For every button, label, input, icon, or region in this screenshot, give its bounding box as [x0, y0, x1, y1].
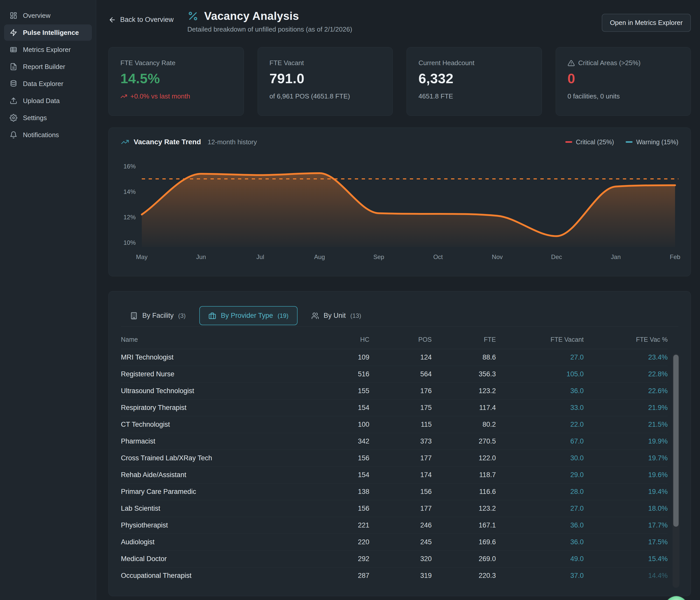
cell-fte: 220.3	[432, 568, 496, 584]
legend-swatch	[565, 141, 572, 143]
cell-name: Respiratory Therapist	[121, 399, 306, 416]
sidebar-item-notifications[interactable]: Notifications	[4, 127, 92, 143]
sidebar-item-label: Notifications	[23, 131, 59, 139]
kpi-label: Current Headcount	[419, 59, 530, 67]
x-axis-label: Feb	[670, 254, 680, 260]
cell-fte-vacant: 30.0	[496, 450, 584, 467]
sidebar-item-metrics-explorer[interactable]: Metrics Explorer	[4, 42, 92, 58]
cell-pos: 174	[369, 467, 432, 484]
table-row[interactable]: CT Technologist 100 115 80.2 22.0 21.5%	[121, 416, 668, 433]
sidebar-item-overview[interactable]: Overview	[4, 7, 92, 24]
cell-fte-vac-pct: 17.5%	[584, 534, 668, 551]
cell-hc: 138	[306, 484, 369, 500]
kpi-label: FTE Vacancy Rate	[120, 59, 232, 67]
cell-hc: 156	[306, 500, 369, 517]
table-row[interactable]: Respiratory Therapist 154 175 117.4 33.0…	[121, 399, 668, 416]
kpi-value: 6,332	[419, 71, 530, 86]
cell-fte-vac-pct: 19.6%	[584, 467, 668, 484]
legend-swatch	[626, 141, 632, 143]
tab-by-facility[interactable]: By Facility (3)	[121, 306, 195, 325]
building-icon	[130, 312, 138, 320]
x-axis-label: Jul	[256, 254, 264, 260]
cell-pos: 115	[369, 416, 432, 433]
tab-by-provider-type[interactable]: By Provider Type (19)	[199, 306, 298, 325]
x-axis-label: Jun	[196, 254, 206, 260]
column-header-fte-vacant[interactable]: FTE Vacant	[496, 329, 584, 349]
cell-pos: 373	[369, 433, 432, 450]
trending-up-icon	[120, 93, 127, 100]
x-axis-label: May	[136, 254, 147, 260]
cell-fte-vac-pct: 18.0%	[584, 500, 668, 517]
table-row[interactable]: Primary Care Paramedic 138 156 116.6 28.…	[121, 484, 668, 500]
cell-fte-vacant: 28.0	[496, 484, 584, 500]
back-link-label: Back to Overview	[120, 16, 174, 24]
tab-by-unit[interactable]: By Unit (13)	[302, 306, 370, 325]
y-axis-tick: 14%	[123, 188, 136, 195]
zap-icon	[10, 29, 17, 36]
cell-fte-vacant: 105.0	[496, 366, 584, 383]
table-row[interactable]: Rehab Aide/Assistant 154 174 118.7 29.0 …	[121, 467, 668, 484]
table-row[interactable]: Occupational Therapist 287 319 220.3 37.…	[121, 568, 668, 584]
report-icon	[10, 63, 17, 71]
table-row[interactable]: Audiologist 220 245 169.6 36.0 17.5%	[121, 534, 668, 551]
x-axis-label: Sep	[373, 254, 384, 260]
y-axis-tick: 12%	[123, 214, 136, 220]
x-axis-label: Nov	[492, 254, 503, 260]
table-scrollbar[interactable]	[673, 354, 679, 588]
table-row[interactable]: Cross Trained Lab/XRay Tech 156 177 122.…	[121, 450, 668, 467]
sidebar-item-settings[interactable]: Settings	[4, 110, 92, 126]
column-header-name[interactable]: Name	[121, 329, 306, 349]
table-row[interactable]: Registered Nurse 516 564 356.3 105.0 22.…	[121, 366, 668, 383]
cell-name: MRI Technologist	[121, 349, 306, 366]
table-row[interactable]: Ultrasound Technologist 155 176 123.2 36…	[121, 383, 668, 399]
sidebar-nav: Overview Pulse Intelligence Metrics Expl…	[0, 7, 96, 143]
cell-fte: 88.6	[432, 349, 496, 366]
table-row[interactable]: Physiotherapist 221 246 167.1 36.0 17.7%	[121, 517, 668, 534]
back-to-overview-link[interactable]: Back to Overview	[108, 16, 174, 24]
cell-pos: 176	[369, 383, 432, 399]
cell-name: Occupational Therapist	[121, 568, 306, 584]
cell-name: Lab Scientist	[121, 500, 306, 517]
sidebar: Overview Pulse Intelligence Metrics Expl…	[0, 0, 96, 600]
table-row[interactable]: Lab Scientist 156 177 123.2 27.0 18.0%	[121, 500, 668, 517]
kpi-label: FTE Vacant	[270, 59, 381, 67]
page-header: Back to Overview Vacancy Analysis Detail…	[108, 10, 691, 33]
column-header-fte-vac[interactable]: FTE Vac %	[584, 329, 668, 349]
sidebar-item-report-builder[interactable]: Report Builder	[4, 58, 92, 75]
cell-pos: 245	[369, 534, 432, 551]
chart-legend: Critical (25%) Warning (15%)	[565, 138, 678, 146]
vacancy-table: NameHCPOSFTEFTE VacantFTE Vac % MRI Tech…	[121, 329, 668, 584]
cell-fte-vacant: 27.0	[496, 500, 584, 517]
table-row[interactable]: Medical Doctor 292 320 269.0 49.0 15.4%	[121, 551, 668, 568]
kpi-card-fte-vacant: FTE Vacant 791.0 of 6,961 POS (4651.8 FT…	[257, 47, 393, 116]
x-axis-label: Jan	[611, 254, 621, 260]
column-header-fte[interactable]: FTE	[432, 329, 496, 349]
cell-pos: 156	[369, 484, 432, 500]
legend-item-critical-25: Critical (25%)	[565, 138, 614, 146]
cell-name: Physiotherapist	[121, 517, 306, 534]
open-in-metrics-explorer-button[interactable]: Open in Metrics Explorer	[602, 14, 691, 32]
scrollbar-thumb[interactable]	[673, 355, 679, 527]
column-header-hc[interactable]: HC	[306, 329, 369, 349]
column-header-pos[interactable]: POS	[369, 329, 432, 349]
kpi-label: Critical Areas (>25%)	[568, 59, 679, 67]
tab-count: (3)	[178, 312, 185, 319]
upload-icon	[10, 97, 17, 105]
trend-area-fill	[142, 173, 675, 247]
bell-icon	[10, 131, 17, 139]
table-row[interactable]: MRI Technologist 109 124 88.6 27.0 23.4%	[121, 349, 668, 366]
sidebar-item-pulse-intelligence[interactable]: Pulse Intelligence	[4, 24, 92, 41]
breakdown-panel: By Facility (3) By Provider Type (19) By…	[108, 291, 691, 596]
cell-name: Audiologist	[121, 534, 306, 551]
cell-fte-vacant: 67.0	[496, 433, 584, 450]
cell-fte-vacant: 37.0	[496, 568, 584, 584]
gear-icon	[10, 114, 17, 122]
cell-fte-vac-pct: 21.5%	[584, 416, 668, 433]
table-row[interactable]: Pharmacist 342 373 270.5 67.0 19.9%	[121, 433, 668, 450]
sidebar-item-data-explorer[interactable]: Data Explorer	[4, 76, 92, 92]
cell-hc: 292	[306, 551, 369, 568]
chart-header: Vacancy Rate Trend 12-month history Crit…	[121, 138, 678, 146]
sidebar-item-upload-data[interactable]: Upload Data	[4, 93, 92, 109]
cell-hc: 100	[306, 416, 369, 433]
page-subtitle: Detailed breakdown of unfilled positions…	[188, 25, 352, 33]
